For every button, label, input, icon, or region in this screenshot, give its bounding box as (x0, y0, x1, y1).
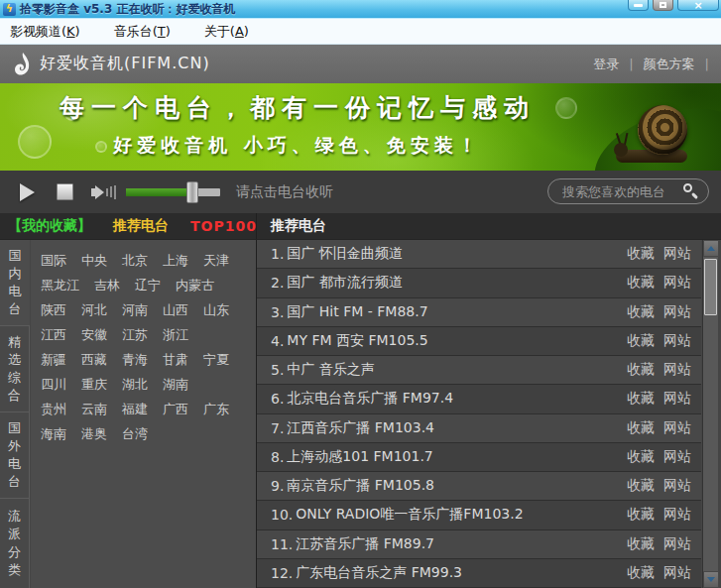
region-link[interactable]: 青海 (122, 351, 148, 369)
close-button[interactable]: × (677, 0, 719, 11)
station-row[interactable]: 4. MY FM 西安 FM105.5 收藏网站 (257, 327, 701, 356)
favorite-link[interactable]: 收藏 (627, 419, 655, 437)
sidebar-item-genres[interactable]: 流派分类 (0, 499, 30, 588)
tab-top100[interactable]: TOP100 (190, 218, 257, 234)
favorite-link[interactable]: 收藏 (627, 390, 655, 408)
play-button[interactable] (20, 183, 35, 201)
region-link[interactable]: 港奥 (81, 425, 107, 443)
station-name[interactable]: 中广 音乐之声 (287, 361, 374, 379)
station-row[interactable]: 11. 江苏音乐广播 FM89.7 收藏网站 (257, 530, 701, 559)
menu-item-video-channels[interactable]: 影视频道(K) (10, 23, 80, 41)
favorite-link[interactable]: 收藏 (627, 477, 655, 495)
website-link[interactable]: 网站 (663, 274, 691, 292)
station-name[interactable]: 国广 都市流行频道 (287, 274, 402, 292)
region-link[interactable]: 新疆 (41, 351, 66, 369)
region-link[interactable]: 北京 (122, 252, 148, 270)
region-link[interactable]: 四川 (41, 376, 66, 394)
station-row[interactable]: 8. 上海动感101 FM101.7 收藏网站 (257, 443, 701, 472)
region-link[interactable]: 内蒙古 (176, 277, 214, 294)
stop-button[interactable] (57, 183, 73, 200)
station-row[interactable]: 6. 北京电台音乐广播 FM97.4 收藏网站 (257, 385, 701, 413)
region-link[interactable]: 云南 (81, 401, 107, 418)
website-link[interactable]: 网站 (663, 419, 691, 437)
region-link[interactable]: 海南 (41, 425, 66, 443)
station-name[interactable]: 国广 Hit FM - FM88.7 (287, 303, 427, 321)
station-row[interactable]: 12. 广东电台音乐之声 FM99.3 收藏网站 (257, 559, 701, 588)
favorite-link[interactable]: 收藏 (627, 448, 655, 466)
website-link[interactable]: 网站 (663, 303, 691, 321)
sidebar-item-foreign[interactable]: 国外电台 (0, 412, 30, 499)
volume-slider[interactable] (126, 181, 220, 203)
station-row[interactable]: 5. 中广 音乐之声 收藏网站 (257, 356, 701, 385)
favorite-link[interactable]: 收藏 (627, 506, 655, 524)
region-link[interactable]: 陕西 (41, 301, 66, 319)
region-link[interactable]: 安徽 (81, 326, 107, 344)
favorite-link[interactable]: 收藏 (627, 361, 655, 379)
color-scheme-link[interactable]: 颜色方案 (644, 56, 695, 73)
favorite-link[interactable]: 收藏 (627, 564, 655, 582)
station-name[interactable]: 江苏音乐广播 FM89.7 (296, 535, 434, 553)
region-link[interactable]: 广西 (163, 401, 188, 418)
website-link[interactable]: 网站 (663, 332, 691, 350)
region-link[interactable]: 甘肃 (163, 351, 188, 369)
tab-my-favorites[interactable]: 【我的收藏】 (8, 217, 91, 235)
favorite-link[interactable]: 收藏 (627, 535, 655, 553)
sidebar-item-featured[interactable]: 精选综合 (0, 326, 30, 412)
website-link[interactable]: 网站 (663, 448, 691, 466)
region-link[interactable]: 江苏 (122, 326, 148, 344)
station-row[interactable]: 1. 国广 怀旧金曲频道 收藏网站 (257, 240, 701, 269)
region-link[interactable]: 宁夏 (203, 351, 229, 369)
region-link[interactable]: 天津 (203, 252, 229, 270)
station-row[interactable]: 2. 国广 都市流行频道 收藏网站 (257, 269, 701, 297)
login-link[interactable]: 登录 (593, 56, 619, 73)
region-link[interactable]: 上海 (163, 252, 188, 270)
scrollbar-thumb[interactable] (704, 259, 717, 315)
menu-item-about[interactable]: 关于(A) (204, 23, 249, 41)
list-scrollbar[interactable] (702, 240, 718, 588)
region-link[interactable]: 山东 (203, 301, 229, 319)
region-link[interactable]: 吉林 (94, 277, 120, 294)
region-link[interactable]: 贵州 (41, 401, 66, 418)
station-name[interactable]: 上海动感101 FM101.7 (287, 448, 432, 466)
minimize-button[interactable] (628, 0, 649, 11)
website-link[interactable]: 网站 (663, 390, 691, 408)
tab-recommended[interactable]: 推荐电台 (113, 217, 169, 235)
region-link[interactable]: 河南 (122, 301, 148, 319)
website-link[interactable]: 网站 (663, 477, 691, 495)
region-link[interactable]: 重庆 (81, 376, 107, 394)
region-link[interactable]: 江西 (41, 326, 66, 344)
station-name[interactable]: ONLY RADIO唯一音乐广播FM103.2 (296, 506, 523, 524)
station-row[interactable]: 7. 江西音乐广播 FM103.4 收藏网站 (257, 414, 701, 443)
region-link[interactable]: 湖北 (122, 376, 148, 394)
region-link[interactable]: 广东 (203, 401, 229, 418)
menu-item-music-stations[interactable]: 音乐台(T) (114, 23, 171, 41)
region-link[interactable]: 台湾 (122, 425, 148, 443)
region-link[interactable]: 河北 (81, 301, 107, 319)
station-row[interactable]: 3. 国广 Hit FM - FM88.7 收藏网站 (257, 298, 701, 327)
region-link[interactable]: 西藏 (81, 351, 107, 369)
station-name[interactable]: 国广 怀旧金曲频道 (287, 245, 402, 263)
region-link[interactable]: 黑龙江 (41, 277, 79, 294)
station-name[interactable]: 南京音乐广播 FM105.8 (287, 477, 434, 495)
sidebar-item-domestic[interactable]: 国内电台 (0, 240, 30, 326)
favorite-link[interactable]: 收藏 (627, 332, 655, 350)
website-link[interactable]: 网站 (663, 506, 691, 524)
region-link[interactable]: 福建 (122, 401, 148, 418)
station-name[interactable]: 江西音乐广播 FM103.4 (287, 419, 434, 437)
maximize-button[interactable] (653, 0, 673, 11)
station-name[interactable]: 广东电台音乐之声 FM99.3 (296, 564, 462, 582)
region-link[interactable]: 湖南 (163, 376, 188, 394)
region-link[interactable]: 山西 (163, 301, 188, 319)
volume-icon[interactable] (91, 185, 116, 199)
station-row[interactable]: 9. 南京音乐广播 FM105.8 收藏网站 (257, 472, 701, 501)
region-link[interactable]: 浙江 (163, 326, 188, 344)
scroll-up-button[interactable] (703, 240, 719, 257)
website-link[interactable]: 网站 (663, 245, 691, 263)
station-name[interactable]: 北京电台音乐广播 FM97.4 (287, 390, 453, 408)
region-link[interactable]: 辽宁 (135, 277, 161, 294)
station-name[interactable]: MY FM 西安 FM105.5 (287, 332, 427, 350)
scroll-down-button[interactable] (703, 571, 719, 588)
favorite-link[interactable]: 收藏 (627, 303, 655, 321)
volume-thumb[interactable] (186, 181, 198, 203)
search-icon[interactable] (683, 183, 699, 199)
